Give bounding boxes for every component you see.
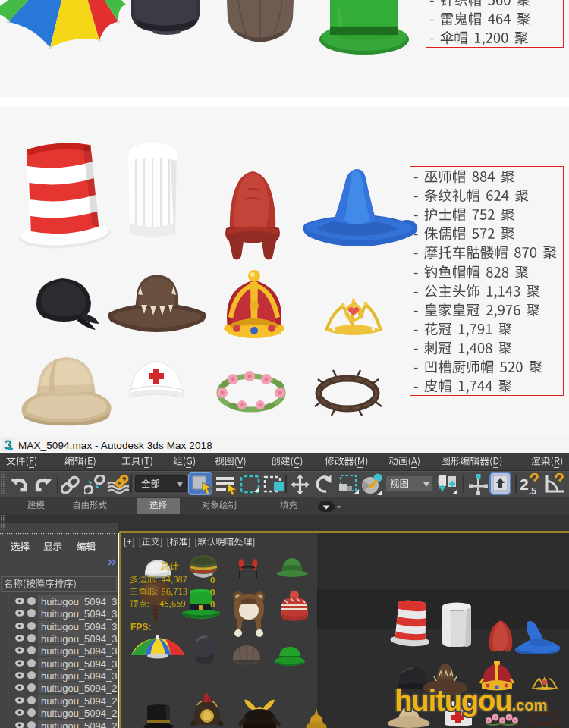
svg-text:.5: .5: [529, 486, 536, 496]
svg-text:2: 2: [520, 475, 529, 493]
